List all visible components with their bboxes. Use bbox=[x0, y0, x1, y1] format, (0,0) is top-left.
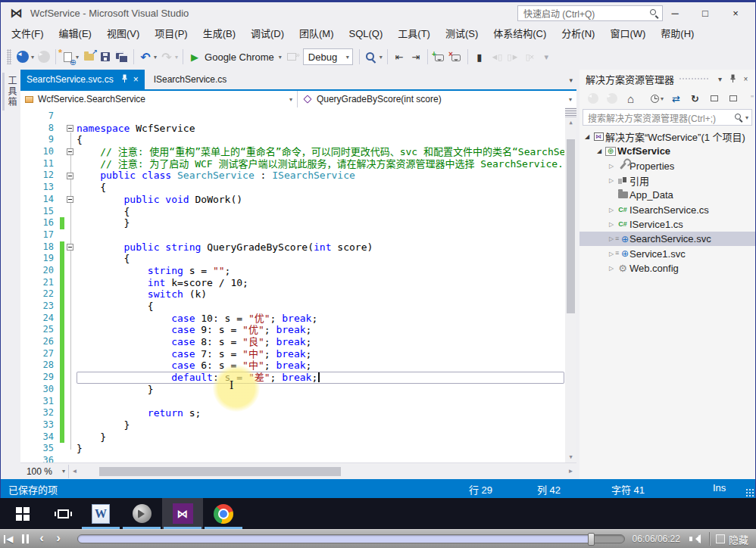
code-line-12[interactable]: 12public class SearchService : ISearchSe… bbox=[20, 170, 564, 182]
minimize-button[interactable]: ─ bbox=[660, 4, 690, 22]
tree-item[interactable]: ▷⚙Web.config bbox=[579, 261, 755, 276]
toolbar-grip[interactable] bbox=[7, 49, 11, 64]
expander-collapsed-icon[interactable]: ▷ bbox=[607, 265, 616, 272]
splitter-handle[interactable] bbox=[565, 107, 576, 117]
fold-toggle[interactable] bbox=[67, 125, 73, 132]
visual-studio-taskbar-button[interactable]: ⋈ bbox=[162, 498, 203, 529]
code-line-25[interactable]: 25case 9: s = "优"; break; bbox=[20, 324, 564, 336]
chrome-taskbar-button[interactable] bbox=[203, 498, 244, 529]
playback-progress-bar[interactable] bbox=[77, 534, 625, 543]
tree-item[interactable]: App_Data bbox=[579, 188, 755, 202]
tree-item[interactable]: ◢⊕WcfService bbox=[579, 144, 755, 158]
open-file-button[interactable] bbox=[80, 47, 97, 67]
code-line-32[interactable]: 32return s; bbox=[20, 407, 564, 419]
scroll-right-icon[interactable]: ► bbox=[565, 468, 576, 475]
code-line-27[interactable]: 27case 7: s = "中"; break; bbox=[20, 348, 564, 360]
panel-drag-grip[interactable] bbox=[679, 77, 709, 81]
menu-item-13[interactable]: 窗口(W) bbox=[602, 24, 653, 44]
comment-out-button[interactable]: + bbox=[431, 47, 448, 67]
code-line-34[interactable]: 34} bbox=[20, 431, 564, 444]
code-line-7[interactable]: 7 bbox=[20, 111, 564, 123]
code-line-22[interactable]: 22switch (k) bbox=[20, 288, 564, 300]
code-line-9[interactable]: 9{ bbox=[20, 134, 564, 146]
fold-toggle[interactable] bbox=[67, 196, 73, 203]
start-debug-button[interactable]: ▶Google Chrome▾ bbox=[186, 47, 283, 67]
next-button[interactable]: › bbox=[50, 531, 67, 546]
skip-to-start-button[interactable]: ◀ bbox=[0, 531, 17, 546]
code-line-35[interactable]: 35} bbox=[20, 443, 564, 455]
overflow-button[interactable]: " bbox=[743, 89, 756, 108]
previous-button[interactable]: ‹ bbox=[33, 531, 50, 546]
uncomment-button[interactable]: × bbox=[448, 47, 464, 67]
maximize-button[interactable]: □ bbox=[690, 4, 720, 22]
code-line-26[interactable]: 26case 8: s = "良"; break; bbox=[20, 336, 564, 348]
toolbar-overflow-button[interactable]: ▾ bbox=[538, 47, 555, 67]
code-line-21[interactable]: 21int k=score / 10; bbox=[20, 277, 564, 289]
start-taskbar-button[interactable] bbox=[0, 498, 45, 529]
refresh-button[interactable]: ↻ bbox=[686, 89, 704, 108]
fold-toggle[interactable] bbox=[67, 173, 73, 179]
tree-item[interactable]: ▷引用 bbox=[579, 173, 755, 188]
member-dropdown[interactable]: QueryGradeByScore(int score) ▾ bbox=[298, 91, 576, 107]
code-line-16[interactable]: 16} bbox=[20, 217, 564, 229]
code-line-19[interactable]: 19{ bbox=[20, 253, 564, 265]
tree-item[interactable]: ▷C#IService1.cs bbox=[579, 217, 755, 232]
title-bar[interactable]: ⋈ WcfService - Microsoft Visual Studio 快… bbox=[1, 2, 755, 24]
code-line-11[interactable]: 11// 注意: 为了启动 WCF 测试客户端以测试此服务，请在解决方案资源管理… bbox=[20, 158, 564, 170]
menu-item-10[interactable]: 测试(S) bbox=[438, 24, 486, 44]
code-line-18[interactable]: 18public string QueryGradeByScore(int sc… bbox=[20, 241, 564, 254]
hide-checkbox[interactable] bbox=[716, 534, 725, 543]
menu-item-4[interactable]: 项目(P) bbox=[147, 24, 195, 44]
resize-grip[interactable] bbox=[745, 488, 754, 497]
code-line-8[interactable]: 8namespace WcfService bbox=[20, 123, 564, 135]
code-line-24[interactable]: 24case 10: s = "优"; break; bbox=[20, 313, 564, 325]
code-line-31[interactable]: 31 bbox=[20, 396, 564, 408]
word-taskbar-button[interactable]: W bbox=[80, 498, 121, 529]
code-line-17[interactable]: 17 bbox=[20, 229, 564, 241]
new-web-form-button[interactable]: ▾ bbox=[59, 47, 80, 67]
undo-button[interactable]: ↶▾ bbox=[137, 47, 158, 67]
solution-explorer-header[interactable]: 解决方案资源管理器 ▾ × bbox=[579, 70, 755, 89]
menu-item-14[interactable]: 帮助(H) bbox=[653, 24, 701, 44]
horizontal-scroll-thumb[interactable] bbox=[99, 467, 341, 476]
expander-expanded-icon[interactable]: ◢ bbox=[583, 133, 592, 140]
tree-item[interactable]: ▷⊕SearchService.svc bbox=[579, 232, 755, 246]
code-line-20[interactable]: 20string s = ""; bbox=[20, 265, 564, 277]
horizontal-scrollbar[interactable] bbox=[80, 467, 564, 476]
scroll-left-icon[interactable]: ◄ bbox=[69, 468, 80, 475]
document-tab-1[interactable]: SearchService.svc.cs× bbox=[20, 70, 145, 89]
scroll-down-icon[interactable]: ▼ bbox=[569, 452, 572, 462]
code-line-33[interactable]: 33} bbox=[20, 419, 564, 431]
expander-collapsed-icon[interactable]: ▷ bbox=[607, 221, 616, 228]
tree-item[interactable]: ▷C#ISearchService.cs bbox=[579, 202, 755, 216]
increase-indent-button[interactable]: ⇥ bbox=[408, 47, 424, 67]
pin-icon[interactable] bbox=[726, 74, 739, 85]
tree-item[interactable]: ◢⋈解决方案“WcfService”(1 个项目) bbox=[579, 129, 755, 144]
code-line-23[interactable]: 23{ bbox=[20, 300, 564, 313]
solution-search-input[interactable]: 搜索解决方案资源管理器(Ctrl+;) ▾ bbox=[583, 109, 752, 126]
pause-button[interactable] bbox=[17, 531, 33, 546]
code-line-13[interactable]: 13{ bbox=[20, 182, 564, 194]
toolbox-tab[interactable]: 工具箱 bbox=[2, 73, 19, 111]
document-tab-2[interactable]: ISearchService.cs bbox=[145, 70, 236, 89]
code-line-28[interactable]: 28case 6: s = "中"; break; bbox=[20, 360, 564, 372]
task-view-taskbar-button[interactable] bbox=[45, 498, 80, 529]
tree-item[interactable]: ▷⊕Service1.svc bbox=[579, 246, 755, 260]
menu-item-8[interactable]: SQL(Q) bbox=[342, 24, 391, 44]
menu-item-3[interactable]: 视图(V) bbox=[99, 24, 147, 44]
window-position-icon[interactable]: ▾ bbox=[714, 75, 726, 83]
forward-button[interactable]: ► bbox=[603, 89, 620, 108]
find-in-files-button[interactable]: ▾ bbox=[363, 47, 384, 67]
close-button[interactable]: × bbox=[720, 4, 751, 22]
menu-item-11[interactable]: 体系结构(C) bbox=[486, 24, 554, 44]
save-all-button[interactable] bbox=[114, 47, 130, 67]
code-line-36[interactable]: 36 bbox=[20, 455, 564, 462]
code-line-10[interactable]: 10// 注意: 使用“重构”菜单上的“重命名”命令，可以同时更改代码、svc … bbox=[20, 146, 564, 158]
home-button[interactable]: ⌂ bbox=[622, 89, 639, 108]
toggle-bookmark-button[interactable]: ▮ bbox=[471, 47, 488, 67]
expander-collapsed-icon[interactable]: ▷ bbox=[607, 177, 616, 184]
zoom-dropdown[interactable]: 100 % ▾ bbox=[22, 465, 69, 478]
scroll-up-icon[interactable]: ▲ bbox=[569, 117, 572, 127]
properties-window-button[interactable] bbox=[724, 89, 742, 108]
expander-collapsed-icon[interactable]: ▷ bbox=[607, 207, 616, 213]
